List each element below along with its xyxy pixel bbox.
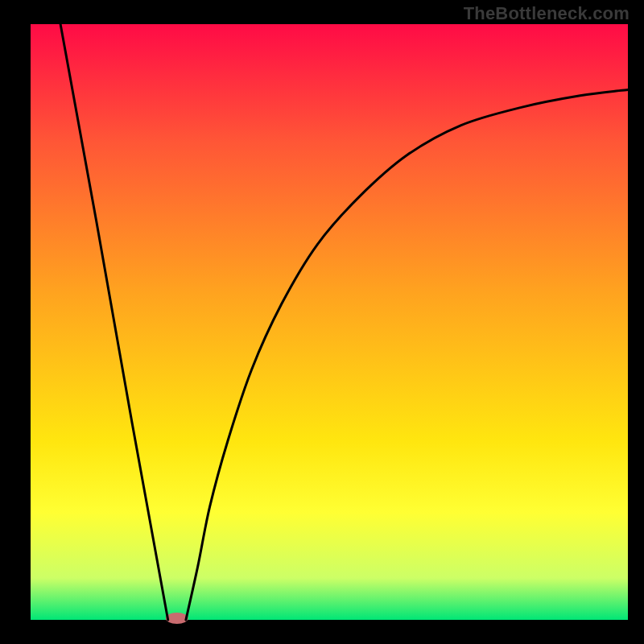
plot-background — [31, 24, 628, 620]
chart-frame: TheBottleneck.com — [0, 0, 644, 644]
bottleneck-chart — [0, 0, 644, 644]
minimum-marker — [166, 613, 188, 624]
